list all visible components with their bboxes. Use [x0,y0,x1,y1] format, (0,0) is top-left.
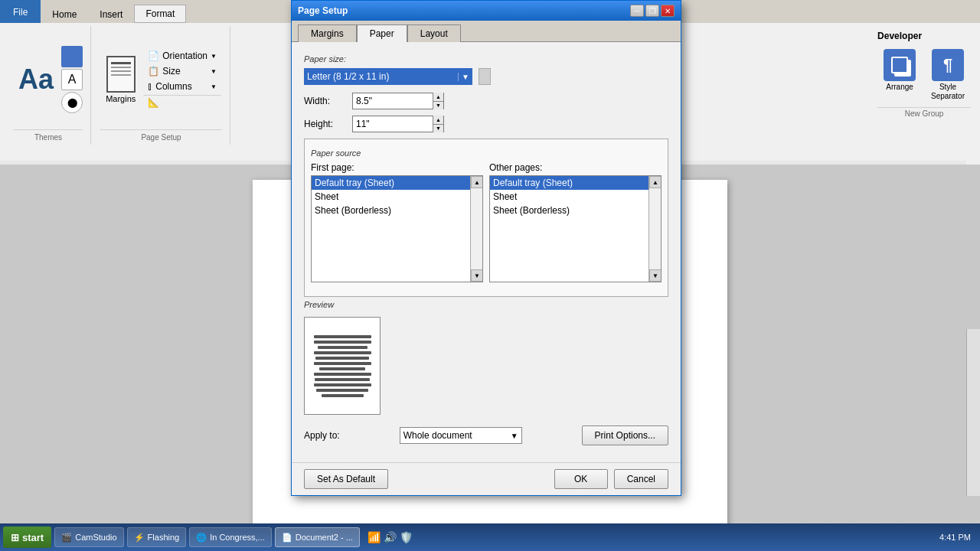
preview-line-2 [314,341,371,344]
width-spinner-up[interactable]: ▲ [433,93,443,102]
dialog-body: Paper size: Letter (8 1/2 x 11 in) ▼ Wid… [292,41,681,462]
apply-to-label: Apply to: [304,430,340,441]
preview-area [304,314,668,418]
preview-page [304,317,381,415]
paper-size-scroll[interactable] [479,68,491,85]
width-spinner-down[interactable]: ▼ [433,102,443,110]
tab-paper[interactable]: Paper [357,24,407,42]
apply-to-dropdown[interactable]: Whole document ▼ [400,427,522,444]
paper-size-dropdown[interactable]: Letter (8 1/2 x 11 in) ▼ [304,68,472,85]
width-input[interactable] [353,95,433,107]
first-page-scrollbar[interactable]: ▲ ▼ [470,176,482,282]
other-page-item-0[interactable]: Default tray (Sheet) [490,176,661,190]
paper-size-arrow: ▼ [458,73,469,81]
height-spinner: ▲ ▼ [433,116,443,132]
first-page-scroll-down[interactable]: ▼ [471,269,483,282]
first-page-box: First page: Default tray (Sheet) Sheet S… [311,162,483,282]
preview-line-7 [319,367,365,370]
first-page-scroll-up[interactable]: ▲ [471,176,483,188]
width-input-container: ▲ ▼ [352,93,444,109]
dialog-restore-button[interactable]: ❐ [645,5,659,17]
height-spinner-down[interactable]: ▼ [433,125,443,133]
other-pages-list[interactable]: Default tray (Sheet) Sheet Sheet (Border… [489,175,662,282]
ok-button[interactable]: OK [554,469,608,489]
dialog-minimize-button[interactable]: ─ [630,5,644,17]
height-spinner-up[interactable]: ▲ [433,116,443,125]
first-page-item-0[interactable]: Default tray (Sheet) [312,176,482,190]
preview-line-5 [315,357,369,360]
first-page-list[interactable]: Default tray (Sheet) Sheet Sheet (Border… [311,175,483,282]
tab-layout[interactable]: Layout [407,24,461,42]
first-page-item-2[interactable]: Sheet (Borderless) [312,204,482,217]
paper-source-section: Paper source First page: Default tray (S… [304,139,668,297]
first-page-scroll-thumb [471,188,482,269]
paper-source-label: Paper source [311,148,662,158]
first-page-label: First page: [311,162,483,173]
apply-to-row: Apply to: Whole document ▼ Print Options… [304,425,668,445]
preview-section: Preview [304,300,668,418]
dialog-title: Page Setup [298,5,348,16]
paper-size-row: Letter (8 1/2 x 11 in) ▼ [304,68,668,85]
dialog-buttons: Set As Default OK Cancel [292,462,681,495]
scroll-thumb-small [479,69,490,84]
other-pages-scroll-thumb [649,188,661,269]
height-input[interactable] [353,118,433,130]
source-container: First page: Default tray (Sheet) Sheet S… [311,162,662,282]
preview-line-6 [314,362,371,365]
other-pages-scroll-up[interactable]: ▲ [649,176,662,188]
preview-label: Preview [304,300,668,309]
width-spinner: ▲ ▼ [433,93,443,109]
height-label: Height: [304,119,346,129]
preview-line-3 [318,346,368,349]
height-row: Height: ▲ ▼ [304,116,668,132]
other-pages-scroll-down[interactable]: ▼ [649,269,662,282]
cancel-button[interactable]: Cancel [614,469,668,489]
first-page-item-1[interactable]: Sheet [312,190,482,204]
preview-line-1 [314,335,371,338]
preview-line-10 [314,383,371,386]
height-input-container: ▲ ▼ [352,116,444,132]
other-page-item-2[interactable]: Sheet (Borderless) [490,204,661,217]
preview-line-9 [315,378,370,381]
dialog-close-button[interactable]: ✕ [661,5,675,17]
tab-margins[interactable]: Margins [298,24,357,42]
paper-size-section-label: Paper size: [304,54,668,64]
apply-to-arrow: ▼ [511,432,518,440]
preview-line-4 [314,351,371,354]
width-row: Width: ▲ ▼ [304,93,668,109]
dialog-overlay: Page Setup ─ ❐ ✕ Margins Paper Layout Pa… [0,0,980,551]
preview-line-12 [322,394,364,397]
width-label: Width: [304,96,346,106]
dialog-titlebar-controls: ─ ❐ ✕ [630,5,675,17]
dialog-tabs: Margins Paper Layout [292,21,681,41]
preview-line-8 [314,373,371,376]
set-default-button[interactable]: Set As Default [304,469,388,489]
other-pages-box: Other pages: Default tray (Sheet) Sheet … [489,162,662,282]
dialog-titlebar: Page Setup ─ ❐ ✕ [292,1,681,21]
other-pages-label: Other pages: [489,162,662,173]
preview-line-11 [316,389,368,392]
other-pages-scrollbar[interactable]: ▲ ▼ [648,176,661,282]
other-page-item-1[interactable]: Sheet [490,190,661,204]
page-setup-dialog: Page Setup ─ ❐ ✕ Margins Paper Layout Pa… [291,0,681,496]
print-options-button[interactable]: Print Options... [582,425,668,445]
dialog-ok-cancel: OK Cancel [554,469,668,489]
